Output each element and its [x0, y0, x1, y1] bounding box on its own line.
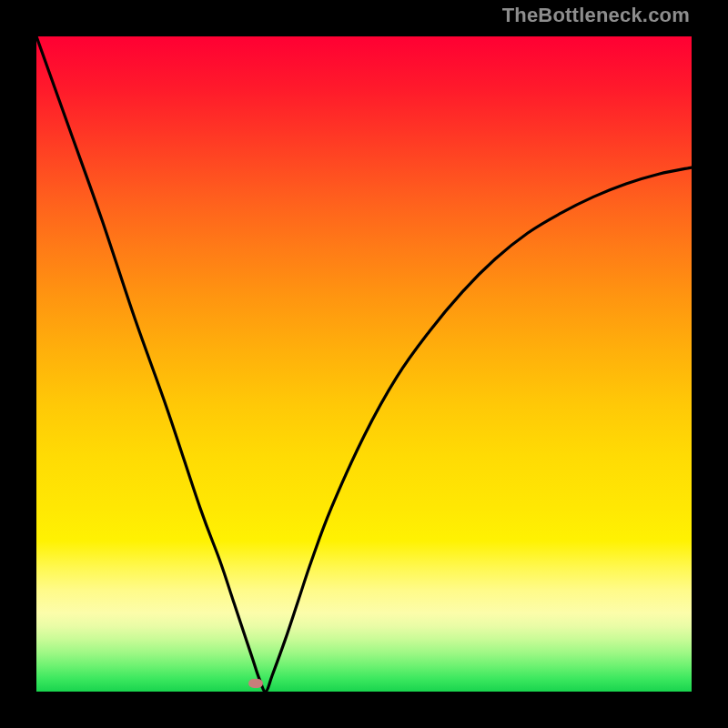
- chart-frame: TheBottleneck.com: [0, 0, 728, 728]
- bottleneck-curve: [36, 36, 692, 692]
- plot-area: [36, 36, 692, 692]
- watermark-text: TheBottleneck.com: [502, 4, 690, 27]
- minimum-marker: [248, 679, 263, 688]
